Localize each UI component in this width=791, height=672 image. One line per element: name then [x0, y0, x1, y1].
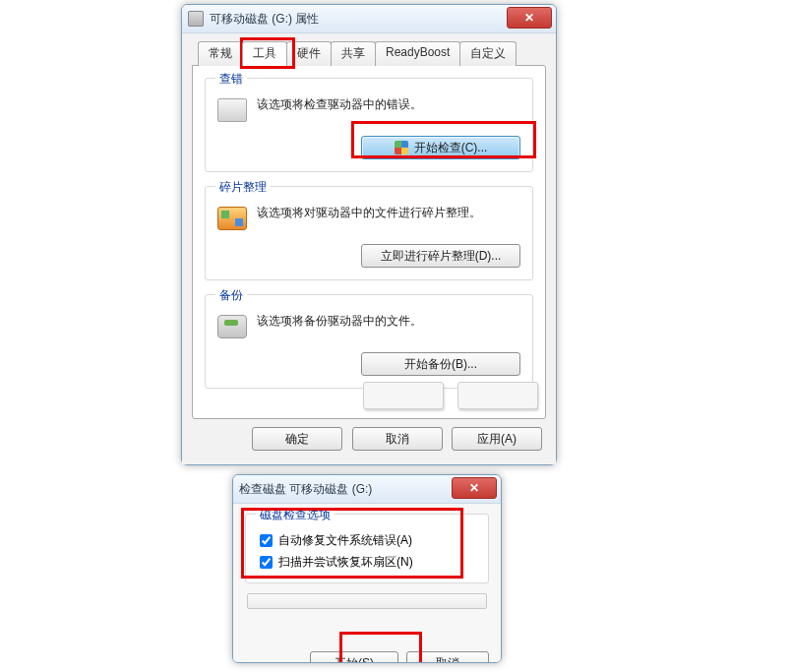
group-defrag: 碎片整理 该选项将对驱动器中的文件进行碎片整理。 立即进行碎片整理(D)... [205, 186, 533, 280]
opt-autofix-row[interactable]: 自动修复文件系统错误(A) [256, 531, 478, 550]
tab-readyboost[interactable]: ReadyBoost [375, 41, 460, 66]
defrag-icon [217, 207, 247, 230]
start-backup-label: 开始备份(B)... [404, 356, 477, 373]
tab-sharing[interactable]: 共享 [331, 41, 376, 66]
group-backup: 备份 该选项将备份驱动器中的文件。 开始备份(B)... [205, 294, 533, 389]
dialog-footer: 确定 取消 应用(A) [192, 419, 546, 455]
window-title: 可移动磁盘 (G:) 属性 [210, 11, 319, 28]
close-icon-2: ✕ [469, 482, 479, 494]
opt-scan-row[interactable]: 扫描并尝试恢复坏扇区(N) [256, 553, 478, 572]
opt-autofix-label: 自动修复文件系统错误(A) [278, 532, 412, 549]
group-error-checking: 查错 该选项将检查驱动器中的错误。 开始检查(C)... [205, 78, 533, 172]
drive-icon-title [188, 11, 204, 27]
start-check-button[interactable]: 开始检查(C)... [361, 136, 520, 159]
error-check-desc: 该选项将检查驱动器中的错误。 [257, 96, 422, 113]
ghost-btn-2 [457, 382, 538, 409]
close-button[interactable]: ✕ [507, 7, 552, 29]
opt-scan-label: 扫描并尝试恢复坏扇区(N) [278, 554, 413, 571]
defrag-now-label: 立即进行碎片整理(D)... [381, 248, 502, 265]
group-legend-check: 查错 [215, 71, 247, 88]
tab-panel-tools: 查错 该选项将检查驱动器中的错误。 开始检查(C)... 碎片整理 该选 [192, 65, 546, 419]
close-icon: ✕ [524, 12, 534, 24]
progress-bar [247, 593, 487, 609]
ok-button[interactable]: 确定 [252, 427, 342, 451]
start-check-label: 开始检查(C)... [414, 140, 488, 156]
opt-scan-checkbox[interactable] [260, 556, 273, 569]
tab-hardware[interactable]: 硬件 [286, 41, 332, 66]
cancel-button[interactable]: 取消 [352, 427, 443, 451]
cancel-button-2[interactable]: 取消 [406, 651, 489, 663]
backup-icon [217, 315, 247, 338]
start-backup-button[interactable]: 开始备份(B)... [361, 352, 520, 376]
defrag-desc: 该选项将对驱动器中的文件进行碎片整理。 [257, 205, 481, 221]
opt-autofix-checkbox[interactable] [260, 534, 273, 547]
window2-title: 检查磁盘 可移动磁盘 (G:) [239, 481, 372, 498]
group-legend-defrag: 碎片整理 [215, 179, 271, 196]
tab-strip: 常规 工具 硬件 共享 ReadyBoost 自定义 [198, 41, 546, 66]
group-disk-check-options: 磁盘检查选项 自动修复文件系统错误(A) 扫描并尝试恢复坏扇区(N) [245, 514, 489, 583]
tab-customize[interactable]: 自定义 [459, 41, 517, 66]
error-check-icon [217, 98, 247, 122]
close-button-2[interactable]: ✕ [452, 477, 497, 499]
backup-desc: 该选项将备份驱动器中的文件。 [257, 313, 422, 330]
start-button[interactable]: 开始(S) [310, 651, 398, 663]
defrag-now-button[interactable]: 立即进行碎片整理(D)... [361, 244, 520, 268]
apply-button[interactable]: 应用(A) [452, 427, 542, 451]
uac-shield-icon [395, 141, 408, 154]
tab-general[interactable]: 常规 [198, 41, 243, 66]
group-legend-backup: 备份 [215, 287, 247, 304]
tab-tools[interactable]: 工具 [242, 41, 287, 66]
ghost-btn-1 [363, 382, 444, 409]
group-legend-options: 磁盘检查选项 [256, 507, 335, 523]
